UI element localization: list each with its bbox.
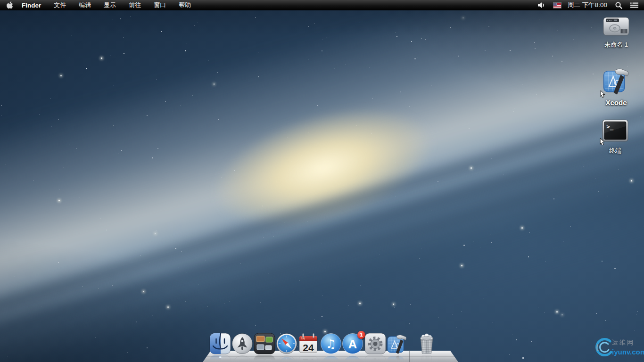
- desktop: Finder 文件 编辑 显示 前往 窗口 帮助 周二 下午8:00: [0, 0, 644, 362]
- galaxy-core-glow: [162, 47, 498, 293]
- calendar-icon: 9月 24: [297, 333, 319, 354]
- dock-reflection: 9月 24 ♫ A 1: [0, 355, 644, 361]
- dock-item-itunes[interactable]: ♫: [320, 333, 342, 354]
- system-preferences-icon: [364, 333, 386, 354]
- dock-item-mission-control[interactable]: [254, 333, 275, 354]
- desktop-icon-xcode[interactable]: Xcode: [590, 67, 642, 107]
- xcode-label: Xcode: [590, 99, 642, 107]
- volume-menu-extra[interactable]: [538, 0, 545, 10]
- menu-bar-clock[interactable]: 周二 下午8:00: [568, 0, 607, 10]
- app-store-letter: A: [348, 337, 357, 351]
- us-flag-icon[interactable]: [553, 3, 561, 8]
- dock-item-trash[interactable]: [416, 333, 438, 354]
- apple-menu[interactable]: [7, 0, 13, 10]
- notification-center-icon: [630, 2, 638, 8]
- terminal-prompt-glyph: >_: [606, 123, 613, 131]
- finder-icon: [209, 333, 231, 354]
- mission-control-icon: [254, 333, 275, 354]
- search-icon: [615, 2, 622, 9]
- galaxy-dust-lanes: [0, 0, 644, 362]
- dock-item-launchpad[interactable]: [231, 333, 253, 354]
- apple-icon: [7, 1, 13, 9]
- galaxy-band: [0, 0, 644, 362]
- dock-item-app-store[interactable]: A 1: [342, 333, 363, 354]
- dock: 9月 24 ♫ A 1: [0, 333, 644, 354]
- hard-disk-label: 未命名 1: [590, 41, 642, 49]
- dock-item-system-preferences[interactable]: [364, 333, 386, 354]
- dock-item-xcode[interactable]: [387, 333, 408, 354]
- launchpad-icon: [231, 333, 253, 354]
- dock-item-calendar[interactable]: 9月 24: [297, 333, 319, 354]
- finder-running-indicator: [218, 356, 222, 358]
- svg-text:A: A: [348, 359, 357, 362]
- svg-text:♫: ♫: [326, 359, 336, 361]
- itunes-note-glyph: ♫: [326, 337, 336, 351]
- menu-help[interactable]: 帮助: [179, 0, 191, 10]
- safari-icon: [276, 333, 297, 354]
- terminal-app-icon: >_: [602, 119, 628, 144]
- xcode-icon: [387, 333, 408, 354]
- menu-view[interactable]: 显示: [104, 0, 116, 10]
- dock-item-finder[interactable]: [209, 333, 231, 354]
- active-app-menu[interactable]: Finder: [22, 0, 41, 10]
- alias-arrow-icon: [600, 90, 606, 98]
- menu-go[interactable]: 前往: [129, 0, 141, 10]
- vignette-overlay: [0, 0, 644, 362]
- desktop-icon-hard-disk[interactable]: 未命名 1: [590, 16, 642, 49]
- flag-canton: [553, 3, 557, 6]
- dock-item-safari[interactable]: [276, 333, 297, 354]
- desktop-icon-terminal[interactable]: >_ 终端: [589, 119, 641, 155]
- menu-edit[interactable]: 编辑: [79, 0, 91, 10]
- menu-bar: Finder 文件 编辑 显示 前往 窗口 帮助 周二 下午8:00: [0, 0, 644, 10]
- volume-icon: [538, 2, 545, 8]
- menu-window[interactable]: 窗口: [154, 0, 166, 10]
- terminal-label: 终端: [589, 147, 641, 155]
- menu-file[interactable]: 文件: [54, 0, 66, 10]
- hard-disk-icon: [603, 16, 630, 39]
- alias-arrow-icon: [599, 138, 606, 146]
- notification-center-button[interactable]: [630, 0, 638, 10]
- spotlight-menu-extra[interactable]: [615, 0, 622, 10]
- trash-icon: [416, 333, 438, 354]
- svg-text:24: 24: [303, 357, 314, 362]
- itunes-icon: ♫: [320, 333, 342, 354]
- calendar-day-text: 24: [303, 342, 314, 353]
- dock: 9月 24 ♫ A 1: [0, 355, 644, 361]
- xcode-app-icon: [603, 67, 630, 96]
